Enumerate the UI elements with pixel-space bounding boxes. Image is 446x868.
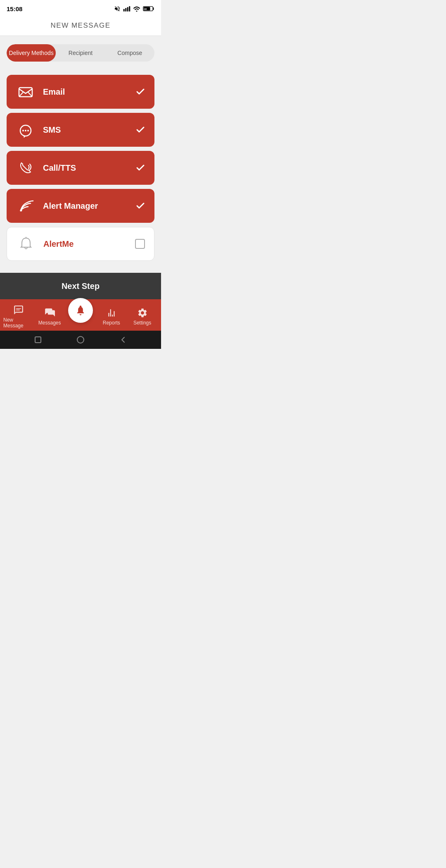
svg-point-15 xyxy=(27,130,29,131)
svg-rect-0 xyxy=(123,9,125,12)
nav-new-message[interactable]: New Message xyxy=(3,301,34,329)
app-header: NEW MESSAGE xyxy=(0,17,161,36)
tabs-container: Delivery Methods Recipient Compose xyxy=(0,36,161,68)
settings-nav-icon xyxy=(137,308,148,318)
svg-line-10 xyxy=(19,92,23,97)
svg-rect-3 xyxy=(129,6,130,12)
svg-line-11 xyxy=(28,92,32,97)
battery-icon: 48 xyxy=(143,6,154,12)
svg-rect-9 xyxy=(19,88,32,97)
svg-rect-1 xyxy=(125,8,126,12)
sys-back-button[interactable] xyxy=(118,335,128,345)
nav-settings[interactable]: Settings xyxy=(127,304,158,326)
status-time: 15:08 xyxy=(7,5,22,12)
tab-compose[interactable]: Compose xyxy=(105,44,154,62)
center-bell-button[interactable] xyxy=(68,298,93,323)
tab-recipient[interactable]: Recipient xyxy=(56,44,105,62)
alertme-checkbox[interactable] xyxy=(134,238,146,250)
new-message-nav-icon xyxy=(13,305,24,315)
call-icon xyxy=(15,157,36,179)
svg-point-16 xyxy=(20,210,22,212)
center-bell-icon xyxy=(75,305,86,316)
sys-circle-button[interactable] xyxy=(76,335,85,345)
email-label: Email xyxy=(43,87,135,97)
status-icons: 48 xyxy=(114,5,154,12)
svg-point-4 xyxy=(136,11,138,12)
email-icon xyxy=(15,81,36,103)
next-step-button[interactable]: Next Step xyxy=(0,273,161,299)
sms-label: SMS xyxy=(43,125,135,135)
call-tts-label: Call/TTS xyxy=(43,163,135,173)
svg-rect-6 xyxy=(153,7,154,10)
status-bar: 15:08 48 xyxy=(0,0,161,17)
svg-point-13 xyxy=(22,130,24,131)
sms-check xyxy=(135,124,146,136)
method-email[interactable]: Email xyxy=(7,75,154,109)
bottom-navigation: New Message Messages Reports Settings xyxy=(0,299,161,331)
nav-alert-center[interactable] xyxy=(65,307,96,323)
reports-nav-icon xyxy=(106,308,117,318)
svg-point-14 xyxy=(25,130,26,131)
svg-rect-2 xyxy=(127,7,128,12)
reports-nav-label: Reports xyxy=(103,320,120,326)
alert-manager-label: Alert Manager xyxy=(43,201,135,211)
delivery-methods-list: Email SMS xyxy=(0,68,161,273)
method-alertme[interactable]: AlertMe xyxy=(7,227,154,261)
messages-nav-label: Messages xyxy=(38,320,61,326)
email-check xyxy=(135,86,146,98)
alertme-label: AlertMe xyxy=(43,239,134,249)
wifi-icon xyxy=(133,6,140,12)
call-tts-check xyxy=(135,162,146,174)
svg-point-20 xyxy=(77,336,84,343)
alertme-icon xyxy=(15,233,37,255)
nav-messages[interactable]: Messages xyxy=(34,304,65,326)
nav-reports[interactable]: Reports xyxy=(96,304,127,326)
signal-icon xyxy=(123,6,130,12)
method-call-tts[interactable]: Call/TTS xyxy=(7,151,154,185)
alert-manager-check xyxy=(135,200,146,212)
sys-square-button[interactable] xyxy=(33,335,43,345)
method-alert-manager[interactable]: Alert Manager xyxy=(7,189,154,223)
method-sms[interactable]: SMS xyxy=(7,113,154,147)
mute-icon xyxy=(114,5,121,12)
sms-icon xyxy=(15,119,36,141)
tab-bar: Delivery Methods Recipient Compose xyxy=(7,44,154,62)
page-title: NEW MESSAGE xyxy=(51,21,111,29)
settings-nav-label: Settings xyxy=(133,320,151,326)
next-step-label: Next Step xyxy=(62,281,100,291)
tab-delivery-methods[interactable]: Delivery Methods xyxy=(7,44,56,62)
svg-rect-18 xyxy=(135,239,145,248)
messages-nav-icon xyxy=(44,308,55,318)
alert-manager-icon xyxy=(15,195,36,217)
system-navigation xyxy=(0,331,161,349)
new-message-nav-label: New Message xyxy=(3,317,34,329)
svg-rect-19 xyxy=(35,337,41,343)
svg-text:48: 48 xyxy=(144,7,147,10)
